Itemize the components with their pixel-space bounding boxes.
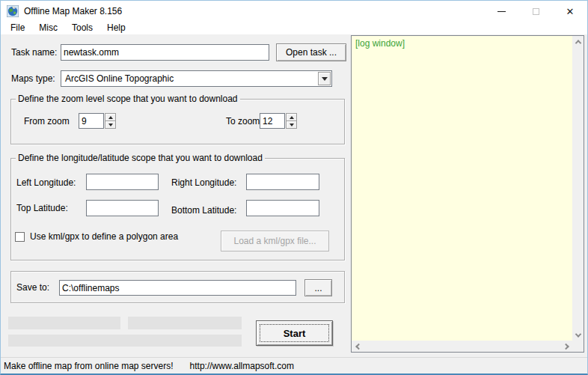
horizontal-scrollbar[interactable] xyxy=(352,341,572,352)
arrow-up-icon xyxy=(108,116,113,119)
bottom-latitude-input[interactable] xyxy=(246,200,319,216)
status-url: http://www.allmapsoft.com xyxy=(190,361,294,371)
right-longitude-label: Right Longitude: xyxy=(171,177,236,188)
menu-misc[interactable]: Misc xyxy=(37,22,60,34)
kml-checkbox-label: Use kml/gpx to define a polygon area xyxy=(30,231,178,242)
progress-bar-total xyxy=(8,335,242,347)
maximize-button[interactable] xyxy=(518,1,553,22)
maps-type-selected: ArcGIS Online Topographic xyxy=(65,71,174,86)
task-name-input[interactable] xyxy=(61,44,269,61)
from-zoom-input[interactable] xyxy=(79,113,104,129)
from-zoom-label: From zoom xyxy=(24,116,70,126)
log-window[interactable]: [log window] xyxy=(351,35,584,353)
scrollbar-corner xyxy=(572,341,584,352)
open-task-button[interactable]: Open task ... xyxy=(276,43,346,61)
arrow-down-icon xyxy=(108,124,113,126)
to-zoom-label: To zoom xyxy=(226,116,260,126)
arrow-up-icon xyxy=(290,116,294,119)
top-latitude-label: Top Latitude: xyxy=(16,203,68,213)
start-button[interactable]: Start xyxy=(256,320,333,346)
scroll-left-button[interactable] xyxy=(352,341,363,352)
maps-type-label: Maps type: xyxy=(11,73,55,84)
menu-tools[interactable]: Tools xyxy=(70,22,95,34)
from-zoom-down-button[interactable] xyxy=(105,121,116,129)
scroll-up-button[interactable] xyxy=(572,36,584,47)
save-to-input[interactable] xyxy=(59,280,296,296)
to-zoom-spinner xyxy=(286,113,297,129)
close-button[interactable]: ✕ xyxy=(553,1,587,22)
menu-help[interactable]: Help xyxy=(105,22,128,34)
zoom-scope-group: Define the zoom level scope that you wan… xyxy=(10,99,345,144)
maximize-icon xyxy=(533,8,539,15)
client-area: Task name: Open task ... Maps type: ArcG… xyxy=(1,34,587,357)
app-icon xyxy=(7,5,19,17)
left-longitude-label: Left Longitude: xyxy=(16,177,76,188)
chevron-right-icon xyxy=(563,343,569,349)
status-bar: Make offline map from online map servers… xyxy=(1,357,587,374)
maps-type-dropdown-button[interactable] xyxy=(318,72,331,85)
progress-bar-left xyxy=(8,317,120,329)
chevron-up-icon xyxy=(575,40,581,46)
kml-checkbox[interactable] xyxy=(15,232,25,242)
menu-file[interactable]: File xyxy=(8,22,27,34)
vertical-scrollbar[interactable] xyxy=(572,36,584,341)
scroll-right-button[interactable] xyxy=(561,341,572,352)
scroll-down-button[interactable] xyxy=(572,329,584,341)
task-name-label: Task name: xyxy=(11,47,57,58)
chevron-left-icon xyxy=(355,343,361,349)
bottom-latitude-label: Bottom Latitude: xyxy=(171,205,236,216)
chevron-down-icon xyxy=(322,77,328,81)
minimize-icon xyxy=(497,11,506,12)
area-scope-group: Define the longitude/latitude scope that… xyxy=(10,158,345,260)
browse-button[interactable]: ... xyxy=(304,279,332,296)
save-to-label: Save to: xyxy=(16,282,49,293)
menu-bar: File Misc Tools Help xyxy=(1,22,587,34)
log-content[interactable]: [log window] xyxy=(352,36,572,341)
to-zoom-input[interactable] xyxy=(260,113,285,129)
arrow-down-icon xyxy=(290,124,294,126)
status-message: Make offline map from online map servers… xyxy=(4,361,174,371)
top-latitude-input[interactable] xyxy=(86,200,159,216)
title-bar: Offline Map Maker 8.156 ✕ xyxy=(1,1,587,22)
chevron-down-icon xyxy=(575,331,581,337)
load-kml-button[interactable]: Load a kml/gpx file... xyxy=(221,231,329,251)
progress-bar-right xyxy=(128,317,242,329)
save-to-group: Save to: ... xyxy=(10,271,345,303)
log-text: [log window] xyxy=(355,38,405,49)
left-longitude-input[interactable] xyxy=(86,174,159,190)
zoom-scope-legend: Define the zoom level scope that you wan… xyxy=(16,94,240,104)
maps-type-combobox[interactable]: ArcGIS Online Topographic xyxy=(61,70,332,87)
to-zoom-down-button[interactable] xyxy=(286,121,297,129)
close-icon: ✕ xyxy=(566,7,575,16)
from-zoom-spinner xyxy=(105,113,116,129)
area-scope-legend: Define the longitude/latitude scope that… xyxy=(16,153,265,163)
right-longitude-input[interactable] xyxy=(246,174,319,190)
minimize-button[interactable] xyxy=(484,1,518,22)
window-title: Offline Map Maker 8.156 xyxy=(24,1,122,22)
